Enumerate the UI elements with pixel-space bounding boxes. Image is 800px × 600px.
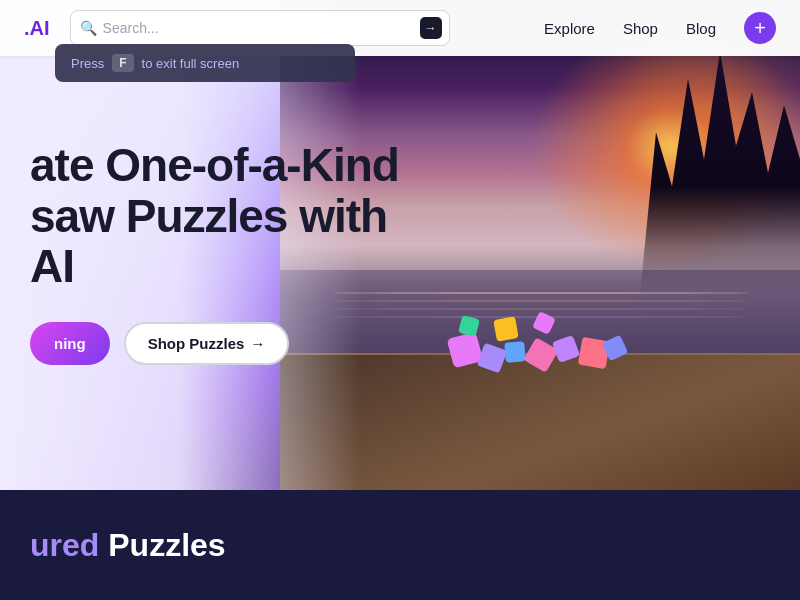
hero-secondary-button[interactable]: Shop Puzzles → [124,322,290,365]
featured-section: ured Puzzles [0,490,800,600]
puzzle-piece-2 [477,343,508,374]
search-input[interactable] [70,10,450,46]
hero-title: ate One-of-a-Kind saw Puzzles with AI [30,140,440,292]
hero-title-line2: saw Puzzles with AI [30,190,387,293]
puzzle-piece-10 [532,311,556,335]
puzzle-pieces-decoration [440,290,640,370]
search-icon: 🔍 [80,20,97,36]
puzzle-piece-8 [458,315,480,337]
puzzle-piece-9 [493,316,518,341]
hero-primary-button[interactable]: ning [30,322,110,365]
search-dropdown-hint: Press F to exit full screen [55,44,355,82]
brand-logo: .AI [24,17,50,40]
hero-title-line1: ate One-of-a-Kind [30,139,399,191]
featured-title-main: Puzzles [108,527,225,563]
shop-puzzles-label: Shop Puzzles [148,335,245,352]
search-dropdown-suffix: to exit full screen [142,56,240,71]
search-submit-button[interactable]: → [420,17,442,39]
hero-content: ate One-of-a-Kind saw Puzzles with AI ni… [0,140,440,365]
search-dropdown-kbd: F [112,54,133,72]
hero-buttons: ning Shop Puzzles → [30,322,440,365]
nav-link-blog[interactable]: Blog [686,20,716,37]
puzzle-piece-3 [504,341,526,363]
search-dropdown-press: Press [71,56,104,71]
featured-title-prefix: ured [30,527,108,563]
nav-link-shop[interactable]: Shop [623,20,658,37]
navbar: .AI 🔍 → Press F to exit full screen Expl… [0,0,800,56]
nav-link-explore[interactable]: Explore [544,20,595,37]
nav-plus-button[interactable]: + [744,12,776,44]
search-bar: 🔍 → [70,10,450,46]
puzzle-piece-5 [552,335,580,363]
featured-title: ured Puzzles [30,527,226,564]
shop-puzzles-arrow: → [250,335,265,352]
nav-links: Explore Shop Blog + [544,12,776,44]
